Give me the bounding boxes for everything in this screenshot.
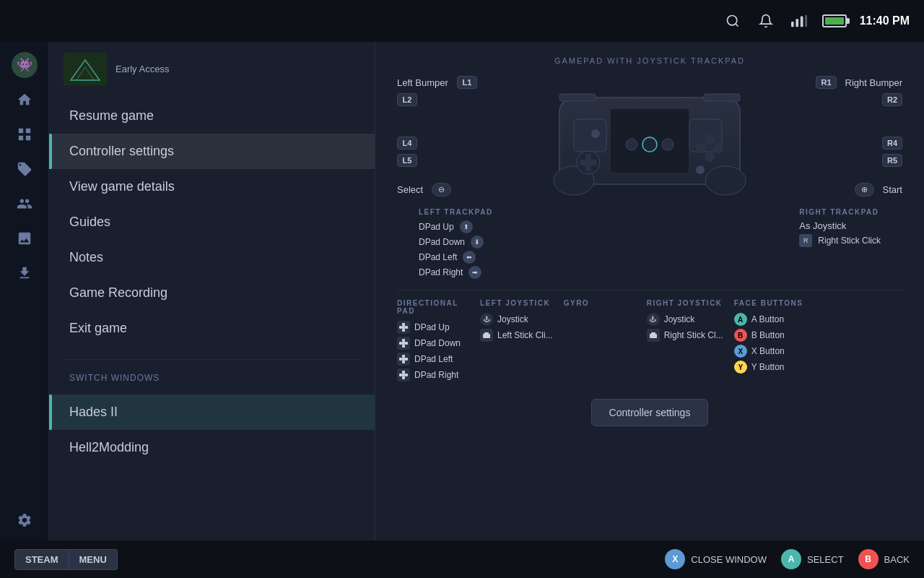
dir-dpad-down-item: DPad Down — [397, 337, 469, 350]
steam-button[interactable]: STEAM — [14, 549, 69, 570]
sidebar-item-grid[interactable] — [9, 118, 40, 150]
select-label: Select — [397, 184, 423, 195]
lt-dpad-right-label: DPad Right — [419, 267, 463, 277]
dir-dpad-right-item: DPad Right — [397, 368, 469, 381]
svg-rect-31 — [405, 326, 408, 329]
menu-item-view-game-details[interactable]: View game details — [49, 169, 375, 204]
left-trackpad-header: LEFT TRACKPAD — [419, 208, 493, 216]
time-display: 11:40 PM — [860, 14, 910, 27]
sidebar-item-avatar[interactable]: 👾 — [9, 49, 40, 81]
svg-rect-21 — [559, 94, 596, 101]
sidebar-item-tag[interactable] — [9, 153, 40, 185]
back-action: B BACK — [858, 549, 910, 569]
gamepad-label: GAMEPAD WITH JOYSTICK TRACKPAD — [397, 56, 902, 65]
svg-rect-41 — [405, 358, 408, 361]
bell-icon[interactable] — [756, 11, 776, 31]
left-trackpad-section: LEFT TRACKPAD DPad Up ⬆ DPad Down ⬇ DPad… — [419, 208, 493, 281]
left-sidebar: 👾 — [0, 42, 49, 578]
svg-rect-12 — [574, 119, 606, 152]
search-icon[interactable] — [723, 11, 743, 31]
left-bumper-row: Left Bumper L1 — [397, 76, 513, 89]
svg-rect-33 — [402, 339, 405, 342]
r5-row: R5 — [787, 154, 902, 167]
left-joystick-icon: 🕹 — [480, 313, 493, 326]
start-label: Start — [883, 184, 902, 195]
right-trackpad-header: RIGHT TRACKPAD — [799, 208, 881, 216]
topbar: 11:40 PM — [0, 0, 924, 42]
controller-top-layout: Left Bumper L1 L2 L4 L5 Select ⊖ — [397, 76, 902, 202]
signal-icon — [789, 11, 809, 31]
svg-rect-30 — [402, 326, 405, 329]
menu-items: Resume game Controller settings View gam… — [49, 92, 375, 352]
right-joystick-header: RIGHT JOYSTICK — [647, 299, 723, 307]
start-row: Start ⊕ — [787, 183, 902, 197]
sidebar-item-download[interactable] — [9, 257, 40, 289]
as-joystick-text: As Joystick — [799, 220, 881, 231]
sidebar-item-settings[interactable] — [9, 504, 40, 536]
right-stick-click-label: Right Stick Click — [818, 236, 881, 246]
switch-windows-label: SWITCH WINDOWS — [49, 367, 375, 389]
switch-windows-items: Hades II Hell2Modding — [49, 389, 375, 471]
bottom-actions: X CLOSE WINDOW A SELECT B BACK — [665, 549, 910, 569]
menu-button[interactable]: MENU — [69, 549, 118, 570]
gyro-col: GYRO — [564, 299, 636, 381]
dpad-up-badge: ⬆ — [460, 220, 473, 233]
a-button-action: A — [781, 549, 801, 569]
menu-item-exit-game[interactable]: Exit game — [49, 311, 375, 346]
dpad-down-badge: ⬇ — [471, 236, 484, 249]
svg-point-23 — [626, 139, 637, 150]
svg-rect-35 — [402, 342, 405, 345]
start-badge: ⊕ — [855, 183, 874, 197]
select-badge: ⊖ — [432, 183, 451, 197]
menu-item-resume[interactable]: Resume game — [49, 98, 375, 134]
menu-item-guides[interactable]: Guides — [49, 204, 375, 240]
steam-menu-buttons: STEAM MENU — [14, 549, 118, 570]
right-stick-click-row: R Right Stick Click — [799, 234, 881, 247]
svg-rect-29 — [399, 326, 402, 329]
sidebar-item-photo[interactable] — [9, 223, 40, 254]
svg-rect-43 — [402, 371, 405, 374]
svg-rect-39 — [399, 358, 402, 361]
l2-row: L2 — [397, 93, 513, 106]
svg-rect-45 — [402, 374, 405, 376]
rj-joystick-item: 🕹 Joystick — [647, 313, 723, 326]
dpad-left-icon — [397, 353, 410, 366]
dir-dpad-left-item: DPad Left — [397, 353, 469, 366]
lt-dpad-left-label: DPad Left — [419, 252, 457, 262]
r2-row: R2 — [787, 93, 902, 106]
lt-dpad-up-label: DPad Up — [419, 222, 454, 232]
menu-item-hades-ii[interactable]: Hades II — [49, 394, 375, 430]
bottom-data-section: DIRECTIONAL PAD DPad Up DPad Down DPad — [397, 290, 902, 381]
face-buttons-col: FACE BUTTONS A A Button B B Button X X B… — [734, 299, 806, 381]
game-logo — [64, 53, 107, 85]
menu-item-controller-settings[interactable]: Controller settings — [49, 134, 375, 169]
select-action-label: SELECT — [807, 554, 844, 565]
x-button-action: X — [665, 549, 685, 569]
right-trackpad-section: RIGHT TRACKPAD As Joystick R Right Stick… — [799, 208, 881, 281]
svg-rect-3 — [800, 17, 803, 27]
svg-rect-16 — [580, 160, 597, 165]
sidebar-item-home[interactable] — [9, 84, 40, 116]
right-buttons-section: Right Bumper R1 R2 R4 R5 Start ⊕ — [787, 76, 902, 197]
bottom-bar: STEAM MENU X CLOSE WINDOW A SELECT B BAC… — [0, 540, 924, 578]
svg-point-20 — [705, 134, 715, 144]
right-stick-badge: R — [799, 234, 812, 247]
menu-item-notes[interactable]: Notes — [49, 240, 375, 275]
r2-badge: R2 — [882, 93, 902, 106]
menu-item-game-recording[interactable]: Game Recording — [49, 275, 375, 311]
right-joystick-icon: 🕹 — [647, 313, 660, 326]
svg-rect-51 — [651, 332, 655, 335]
left-buttons-section: Left Bumper L1 L2 L4 L5 Select ⊖ — [397, 76, 513, 197]
sidebar-item-friends[interactable] — [9, 188, 40, 220]
svg-rect-40 — [402, 358, 405, 361]
svg-point-19 — [696, 143, 706, 153]
trackpad-labels-row: LEFT TRACKPAD DPad Up ⬆ DPad Down ⬇ DPad… — [397, 208, 902, 281]
svg-rect-4 — [805, 15, 807, 27]
controller-settings-button[interactable]: Controller settings — [591, 399, 709, 426]
r4-badge: R4 — [882, 137, 902, 150]
close-window-label: CLOSE WINDOW — [691, 554, 767, 565]
lj-stick-click-item: Left Stick Cli... — [480, 329, 553, 342]
svg-rect-47 — [402, 376, 405, 379]
menu-item-hell2modding[interactable]: Hell2Modding — [49, 430, 375, 465]
l5-badge: L5 — [397, 154, 417, 167]
